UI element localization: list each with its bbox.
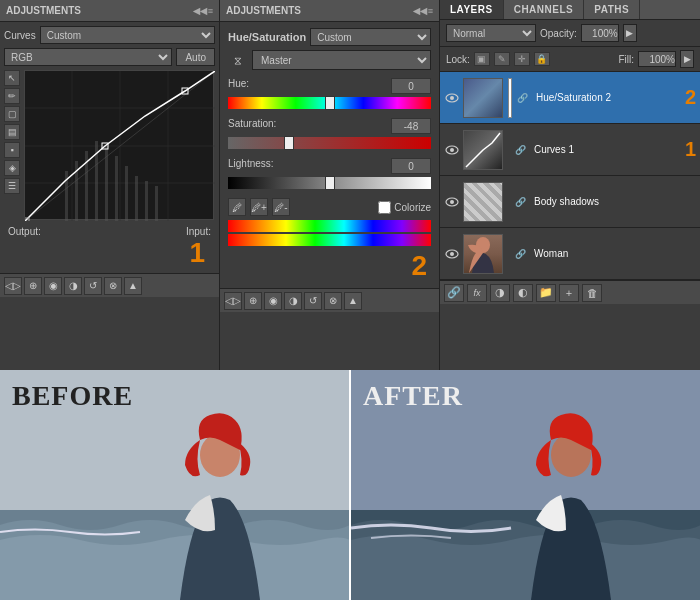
hue-panel-header: ADJUSTMENTS ◀◀≡	[220, 0, 439, 22]
layer-vis-woman[interactable]	[444, 246, 460, 262]
light-label: Lightness:	[228, 158, 274, 174]
layers-tb-mask[interactable]: ◑	[490, 284, 510, 302]
layer-item-body[interactable]: 🔗 Body shadows	[440, 176, 700, 228]
layer-item-woman[interactable]: 🔗 Woman	[440, 228, 700, 280]
sat-thumb[interactable]	[284, 136, 294, 150]
curves-tb-refresh[interactable]: ↺	[84, 277, 102, 295]
hue-tb-eye[interactable]: ◉	[264, 292, 282, 310]
curves-tb-eye[interactable]: ◉	[44, 277, 62, 295]
hue-panel-title: Hue/Saturation	[228, 31, 306, 43]
curves-eyedrop-white[interactable]: ▢	[4, 106, 20, 122]
layer-thumb-woman	[463, 234, 503, 274]
hue-value[interactable]: 0	[391, 78, 431, 94]
layer-gap-curves	[506, 130, 510, 170]
layers-toolbar: 🔗 fx ◑ ◐ 📁 + 🗑	[440, 280, 700, 304]
hue-tb-delete[interactable]: ⊗	[324, 292, 342, 310]
layers-tb-folder[interactable]: 📁	[536, 284, 556, 302]
opacity-arrow[interactable]: ▶	[623, 24, 637, 42]
layer-name-body: Body shadows	[530, 196, 696, 207]
hue-channel-select[interactable]: Master	[252, 50, 431, 70]
curves-tb-clip[interactable]: ▲	[124, 277, 142, 295]
layer-item-hue-sat[interactable]: 🔗 Hue/Saturation 2 2	[440, 72, 700, 124]
svg-point-25	[450, 200, 454, 204]
svg-rect-15	[145, 181, 148, 221]
hue-label: Hue:	[228, 78, 249, 94]
curves-nav-icons[interactable]: ◀◀≡	[193, 6, 213, 16]
layers-tb-link[interactable]: 🔗	[444, 284, 464, 302]
layer-item-curves[interactable]: 🔗 Curves 1 1	[440, 124, 700, 176]
lock-transparent[interactable]: ▣	[474, 52, 490, 66]
light-value[interactable]: 0	[391, 158, 431, 174]
light-thumb[interactable]	[325, 176, 335, 190]
before-label: Before	[12, 380, 133, 412]
layers-tb-adj[interactable]: ◐	[513, 284, 533, 302]
eyedrop-add[interactable]: 🖉+	[250, 198, 268, 216]
layer-vis-body[interactable]	[444, 194, 460, 210]
layer-mask-hue-sat	[508, 78, 512, 118]
layer-chain-hue-sat: 🔗	[515, 91, 529, 105]
curves-input-label: Input:	[186, 226, 211, 237]
hue-header-title: ADJUSTMENTS	[226, 5, 301, 16]
layer-gap-woman	[506, 234, 510, 274]
curves-panel-header: ADJUSTMENTS ◀◀≡	[0, 0, 219, 22]
curves-tb-delete[interactable]: ⊗	[104, 277, 122, 295]
curves-channel-select[interactable]: RGB	[4, 48, 172, 66]
curves-pointer-tool[interactable]: ↖	[4, 70, 20, 86]
layers-tb-delete[interactable]: 🗑	[582, 284, 602, 302]
curves-badge: 1	[189, 237, 205, 268]
result-color-bar	[228, 234, 431, 246]
tab-channels[interactable]: CHANNELS	[504, 0, 585, 19]
colorize-checkbox[interactable]	[378, 201, 391, 214]
hue-nav-icons[interactable]: ◀◀≡	[413, 6, 433, 16]
lock-all[interactable]: 🔒	[534, 52, 550, 66]
fill-input[interactable]	[638, 51, 676, 67]
hue-tb-clip[interactable]: ▲	[344, 292, 362, 310]
layer-vis-curves[interactable]	[444, 142, 460, 158]
curves-hand-tool[interactable]: ☰	[4, 178, 20, 194]
hue-thumb[interactable]	[325, 96, 335, 110]
curves-tb-mask[interactable]: ◑	[64, 277, 82, 295]
hue-tb-mask[interactable]: ◑	[284, 292, 302, 310]
lock-paint[interactable]: ✎	[494, 52, 510, 66]
svg-point-21	[450, 96, 454, 100]
blend-mode-select[interactable]: Normal	[446, 24, 536, 42]
sat-value[interactable]: -48	[391, 118, 431, 134]
curves-header-title: ADJUSTMENTS	[6, 5, 81, 16]
bottom-comparison: Before	[0, 370, 700, 600]
lock-move[interactable]: ✛	[514, 52, 530, 66]
curves-panel-title: Curves	[4, 30, 36, 41]
layer-name-woman: Woman	[530, 248, 696, 259]
tab-paths[interactable]: PATHS	[584, 0, 640, 19]
curves-tb-target[interactable]: ⊕	[24, 277, 42, 295]
opacity-label: Opacity:	[540, 28, 577, 39]
fill-arrow[interactable]: ▶	[680, 50, 694, 68]
layers-tb-fx[interactable]: fx	[467, 284, 487, 302]
hue-tb-refresh[interactable]: ↺	[304, 292, 322, 310]
curves-eyedrop-black[interactable]: ▪	[4, 142, 20, 158]
blend-opacity-row: Normal Opacity: ▶	[440, 20, 700, 47]
curves-zoom-tool[interactable]: ◈	[4, 160, 20, 176]
layer-number-hue-sat: 2	[685, 86, 696, 109]
curves-preset-select[interactable]: Custom	[40, 26, 215, 44]
hue-tb-target[interactable]: ⊕	[244, 292, 262, 310]
lock-label: Lock:	[446, 54, 470, 65]
eyedrop-sample[interactable]: 🖉	[228, 198, 246, 216]
hue-tb-arrow[interactable]: ◁▷	[224, 292, 242, 310]
curves-auto-button[interactable]: Auto	[176, 48, 215, 66]
curves-tb-arrow[interactable]: ◁▷	[4, 277, 22, 295]
layers-tb-new[interactable]: +	[559, 284, 579, 302]
curves-pen-tool[interactable]: ✏	[4, 88, 20, 104]
sat-label: Saturation:	[228, 118, 276, 134]
curves-output-label: Output:	[8, 226, 41, 237]
svg-point-27	[450, 252, 454, 256]
eyedrop-sub[interactable]: 🖉-	[272, 198, 290, 216]
svg-rect-12	[115, 156, 118, 221]
hue-preset-select[interactable]: Custom	[310, 28, 431, 46]
hue-icon: ⧖	[228, 50, 248, 70]
opacity-input[interactable]	[581, 24, 619, 42]
curves-toolbar: ◁▷ ⊕ ◉ ◑ ↺ ⊗ ▲	[0, 273, 219, 297]
curves-eyedrop-gray[interactable]: ▤	[4, 124, 20, 140]
layers-tabs: LAYERS CHANNELS PATHS	[440, 0, 700, 20]
layer-vis-hue-sat[interactable]	[444, 90, 460, 106]
tab-layers[interactable]: LAYERS	[440, 0, 504, 19]
